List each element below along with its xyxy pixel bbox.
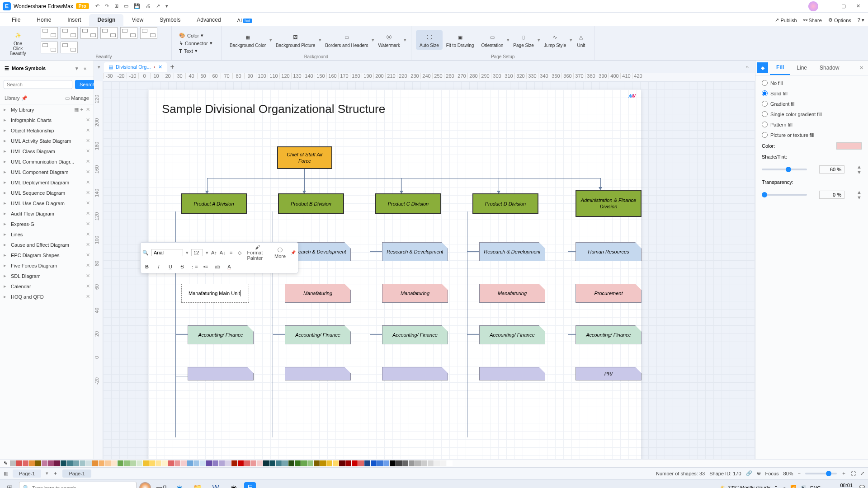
stepper-down-icon[interactable]: ▼	[857, 169, 862, 175]
help-icon[interactable]: ? ▾	[858, 17, 864, 23]
remove-icon[interactable]: ✕	[86, 252, 90, 258]
eyedropper-icon[interactable]: ✎	[4, 460, 8, 466]
remove-icon[interactable]: ✕	[86, 242, 90, 248]
borders-headers-button[interactable]: ▭Borders and Headers	[321, 30, 372, 50]
org-box-div[interactable]: Administration & Finance Division	[576, 190, 642, 217]
bullet-list-icon[interactable]: •≡	[201, 262, 210, 271]
orientation-button[interactable]: ▭Orientation	[477, 30, 507, 50]
edge-icon[interactable]: ◉	[172, 481, 187, 488]
palette-swatch[interactable]	[269, 460, 275, 466]
theme-thumb[interactable]	[41, 42, 58, 53]
strike-icon[interactable]: S	[178, 262, 187, 271]
palette-swatch[interactable]	[307, 460, 313, 466]
taskbar-clock[interactable]: 08:0125-09-2023	[825, 483, 855, 488]
plus-icon[interactable]: +	[80, 107, 83, 113]
org-sub-mf[interactable]: Manafaturing	[382, 284, 448, 303]
fit-drawing-button[interactable]: ▣Fit to Drawing	[443, 30, 478, 50]
opt-singlegradient[interactable]: Single color gradient fill	[762, 111, 862, 117]
taskbar-search-input[interactable]	[32, 485, 132, 488]
palette-swatch[interactable]	[377, 460, 383, 466]
palette-swatch[interactable]	[162, 460, 168, 466]
palette-swatch[interactable]	[181, 460, 187, 466]
palette-swatch[interactable]	[168, 460, 174, 466]
bold-icon[interactable]: B	[142, 262, 151, 271]
org-box-root[interactable]: Chief of Staff Air Force	[277, 146, 332, 169]
onedrive-icon[interactable]: ☁	[782, 485, 787, 488]
palette-swatch[interactable]	[428, 460, 434, 466]
chrome-icon[interactable]: ◉	[226, 481, 241, 488]
align-icon[interactable]: ≡	[228, 248, 234, 257]
remove-icon[interactable]: ✕	[86, 263, 90, 268]
fullscreen-icon[interactable]: ⤢	[860, 470, 864, 476]
org-sub-hr[interactable]: Human Resources	[576, 242, 642, 261]
palette-swatch[interactable]	[86, 460, 92, 466]
palette-swatch[interactable]	[92, 460, 98, 466]
maximize-button[interactable]: ▢	[836, 3, 851, 9]
remove-icon[interactable]: ✕	[86, 200, 90, 206]
library-item[interactable]: ▸Express-G✕	[0, 219, 94, 229]
volume-icon[interactable]: 🔊	[800, 485, 807, 488]
manage-library-button[interactable]: ▭ Manage	[65, 95, 89, 101]
org-box-div[interactable]: Product A Division	[181, 193, 247, 214]
remove-icon[interactable]: ✕	[86, 294, 90, 300]
new-icon[interactable]: ⊞	[114, 3, 118, 9]
org-sub-pr[interactable]	[382, 367, 448, 380]
palette-swatch[interactable]	[193, 460, 199, 466]
palette-swatch[interactable]	[137, 460, 142, 466]
library-item[interactable]: ▸SDL Diagram✕	[0, 271, 94, 281]
remove-icon[interactable]: ✕	[86, 107, 90, 113]
menu-file[interactable]: File	[4, 14, 28, 26]
stepper-up-icon[interactable]: ▲	[857, 189, 862, 195]
drawing-page[interactable]: 𝘕𝘕 Sample Divisional Organizational Stru…	[148, 89, 641, 459]
remove-icon[interactable]: ✕	[86, 190, 90, 196]
explorer-icon[interactable]: 📁	[190, 481, 205, 488]
palette-swatch[interactable]	[42, 460, 47, 466]
undo-icon[interactable]: ↶	[95, 3, 99, 9]
menu-design[interactable]: Design	[89, 14, 123, 26]
palette-swatch[interactable]	[409, 460, 415, 466]
print-icon[interactable]: 🖨	[146, 3, 151, 9]
bg-color-button[interactable]: ▦Background Color	[226, 30, 269, 50]
menu-view[interactable]: View	[123, 14, 151, 26]
org-box-div[interactable]: Product C Division	[375, 193, 441, 214]
add-page-button[interactable]: ＋	[53, 470, 58, 477]
org-sub-af[interactable]: Accounting/ Finance	[382, 325, 448, 344]
palette-swatch[interactable]	[118, 460, 123, 466]
pagesize-button[interactable]: ▯Page Size	[509, 30, 538, 50]
library-item[interactable]: ▸My Library▦+✕	[0, 104, 94, 115]
library-item[interactable]: ▸UML Component Diagram✕	[0, 167, 94, 177]
italic-icon[interactable]: I	[154, 262, 163, 271]
notifications-icon[interactable]: 💬	[859, 485, 865, 488]
library-item[interactable]: ▸Audit Flow Diagram✕	[0, 208, 94, 219]
link-icon[interactable]: 🔗	[746, 470, 752, 476]
theme-text-button[interactable]: TText ▾	[176, 47, 217, 55]
theme-color-button[interactable]: 🎨Color ▾	[176, 32, 217, 39]
palette-swatch[interactable]	[415, 460, 421, 466]
palette-swatch[interactable]	[358, 460, 364, 466]
org-sub-af[interactable]: Accounting/ Finance	[576, 325, 642, 344]
language-icon[interactable]: ENG	[810, 485, 821, 488]
fit-page-icon[interactable]: ⛶	[851, 471, 856, 476]
org-sub-pr[interactable]	[188, 367, 254, 380]
redo-icon[interactable]: ↷	[105, 3, 109, 9]
palette-swatch[interactable]	[257, 460, 263, 466]
palette-swatch[interactable]	[333, 460, 339, 466]
pin-icon[interactable]: 📌	[290, 248, 296, 257]
target-icon[interactable]: ⊕	[757, 470, 761, 476]
palette-swatch[interactable]	[16, 460, 22, 466]
transparency-value[interactable]: 0 %	[819, 191, 844, 199]
menu-home[interactable]: Home	[28, 14, 59, 26]
autosize-button[interactable]: ⛶Auto Size	[416, 30, 443, 50]
palette-swatch[interactable]	[67, 460, 73, 466]
opt-picture[interactable]: Picture or texture fill	[762, 132, 862, 138]
palette-swatch[interactable]	[200, 460, 206, 466]
org-sub-proc[interactable]: Procurement	[576, 284, 642, 303]
library-item[interactable]: ▸Infographic Charts✕	[0, 115, 94, 125]
zoom-out-icon[interactable]: −	[798, 471, 801, 476]
palette-swatch[interactable]	[61, 460, 66, 466]
tab-fill[interactable]: Fill	[770, 61, 790, 75]
palette-swatch[interactable]	[390, 460, 396, 466]
palette-swatch[interactable]	[250, 460, 256, 466]
remove-icon[interactable]: ✕	[86, 127, 90, 133]
remove-icon[interactable]: ✕	[86, 117, 90, 123]
